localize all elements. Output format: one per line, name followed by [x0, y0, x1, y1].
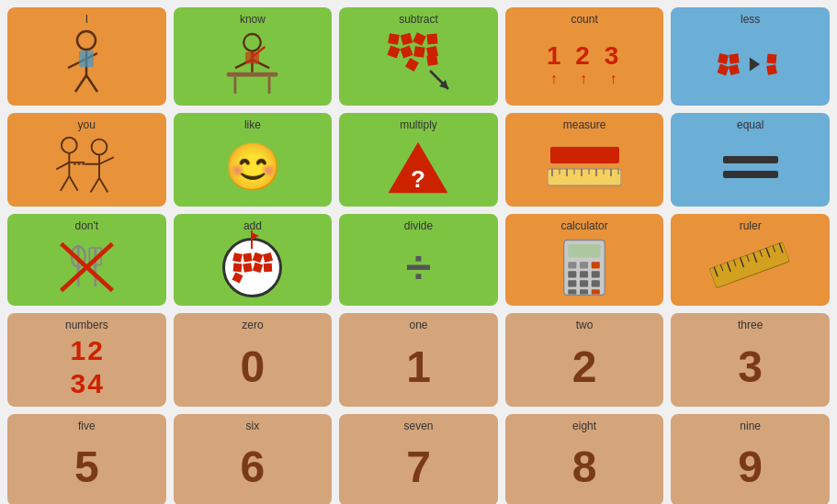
card-nine[interactable]: nine 9 [671, 414, 830, 504]
card-numbers[interactable]: numbers 1 2 3 4 [7, 313, 166, 407]
divide-symbol: ÷ [406, 241, 431, 294]
svg-rect-34 [548, 169, 621, 185]
card-nine-number: 9 [738, 445, 763, 489]
svg-rect-66 [592, 280, 600, 286]
svg-rect-64 [568, 280, 576, 286]
num-3: 3 [71, 368, 86, 399]
svg-marker-55 [252, 232, 259, 240]
svg-line-5 [86, 75, 97, 92]
card-ruler-visual [674, 236, 826, 298]
svg-rect-60 [592, 262, 600, 268]
card-measure-visual [509, 135, 661, 199]
svg-line-28 [99, 157, 114, 163]
card-seven-label: seven [403, 420, 433, 432]
svg-rect-58 [568, 262, 576, 268]
svg-line-29 [91, 178, 99, 193]
card-zero-visual: 0 [177, 335, 329, 399]
num-4: 4 [87, 368, 103, 399]
card-add-visual [177, 236, 329, 298]
svg-rect-6 [79, 50, 94, 67]
svg-line-30 [99, 178, 107, 193]
svg-point-0 [77, 31, 96, 50]
card-subtract[interactable]: subtract [339, 7, 498, 106]
card-multiply-visual: ? [343, 135, 494, 199]
card-zero-label: zero [242, 319, 263, 331]
card-dont-label: don't [74, 219, 98, 232]
card-add[interactable]: add [174, 214, 333, 306]
card-one[interactable]: one 1 [339, 313, 498, 407]
measure-bar [550, 147, 619, 163]
card-you[interactable]: you [7, 113, 166, 207]
card-know[interactable]: know [174, 7, 333, 106]
card-one-number: 1 [406, 345, 431, 389]
card-multiply-label: multiply [400, 118, 437, 131]
card-one-visual: 1 [343, 335, 494, 399]
card-equal[interactable]: equal [671, 113, 830, 207]
card-know-visual [177, 29, 329, 98]
card-measure-label: measure [563, 118, 606, 131]
card-ruler-label: ruler [740, 219, 762, 232]
card-six-number: 6 [241, 445, 266, 489]
svg-rect-70 [709, 241, 790, 287]
card-six[interactable]: six 6 [174, 414, 333, 504]
card-i[interactable]: I [7, 7, 166, 106]
card-two-number: 2 [572, 345, 597, 389]
card-dont-visual [11, 236, 163, 298]
card-eight-label: eight [572, 420, 596, 432]
svg-rect-63 [592, 271, 600, 277]
card-grid: I know [7, 7, 830, 504]
card-calculator-label: calculator [560, 219, 607, 232]
card-count[interactable]: count 1 2 3 ↑ ↑ ↑ [505, 7, 664, 106]
card-know-label: know [240, 13, 266, 26]
card-two[interactable]: two 2 [505, 313, 664, 407]
svg-rect-67 [568, 289, 576, 294]
num-2: 2 [87, 335, 103, 366]
svg-line-21 [57, 162, 70, 169]
card-you-label: you [78, 118, 96, 131]
svg-rect-69 [592, 289, 600, 294]
card-calculator[interactable]: calculator [505, 214, 664, 306]
card-five-label: five [78, 420, 96, 432]
card-measure[interactable]: measure [505, 113, 664, 207]
count-numbers: 1 2 3 [547, 41, 622, 71]
card-equal-visual [674, 135, 826, 199]
svg-rect-62 [580, 271, 588, 277]
card-six-visual: 6 [177, 436, 329, 498]
card-equal-label: equal [737, 118, 763, 131]
card-ruler[interactable]: ruler [671, 214, 830, 306]
card-eight-number: 8 [572, 445, 597, 489]
card-six-label: six [246, 420, 260, 432]
card-seven-visual: 7 [343, 436, 494, 498]
svg-marker-18 [750, 57, 760, 71]
svg-line-23 [61, 176, 69, 191]
card-calculator-visual [509, 236, 661, 298]
card-eight-visual: 8 [509, 436, 661, 498]
svg-line-24 [70, 176, 78, 191]
svg-rect-65 [580, 280, 588, 286]
card-three[interactable]: three 3 [671, 313, 830, 407]
card-you-visual [11, 135, 163, 199]
card-divide-visual: ÷ [343, 236, 494, 298]
card-like[interactable]: like 😊 [174, 113, 333, 207]
card-dont[interactable]: don't [7, 214, 166, 306]
svg-rect-68 [580, 289, 588, 294]
card-less-label: less [741, 13, 760, 26]
svg-rect-15 [245, 52, 259, 64]
card-five-number: 5 [74, 445, 99, 489]
card-seven[interactable]: seven 7 [339, 414, 498, 504]
card-divide[interactable]: divide ÷ [339, 214, 498, 306]
svg-point-10 [244, 34, 262, 51]
card-zero[interactable]: zero 0 [174, 313, 333, 407]
card-zero-number: 0 [241, 345, 266, 389]
card-count-label: count [571, 13, 597, 26]
count-arrows: ↑ ↑ ↑ [550, 71, 627, 87]
card-three-label: three [738, 319, 763, 331]
card-five-visual: 5 [11, 436, 163, 498]
card-less[interactable]: less [671, 7, 830, 106]
card-eight[interactable]: eight 8 [505, 414, 664, 504]
svg-rect-57 [568, 244, 600, 258]
card-multiply[interactable]: multiply ? [339, 113, 498, 207]
card-divide-label: divide [404, 219, 433, 232]
card-five[interactable]: five 5 [7, 414, 166, 504]
card-two-label: two [576, 319, 594, 331]
